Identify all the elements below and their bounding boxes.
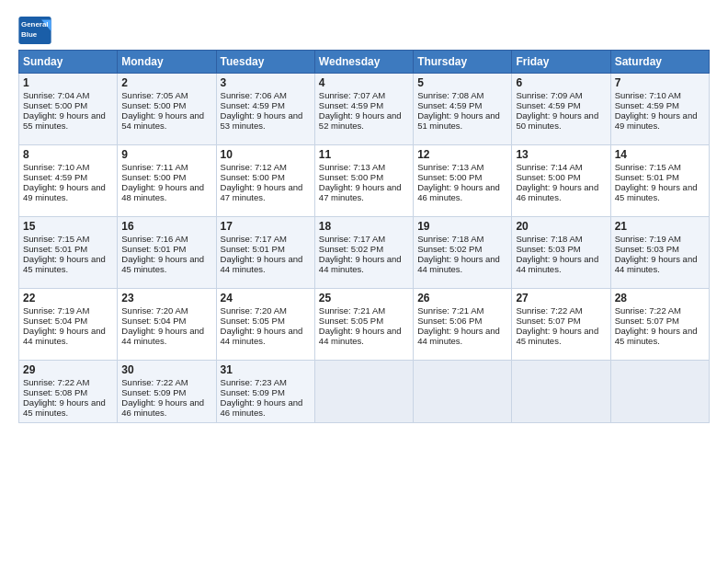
sunset: Sunset: 5:00 PM bbox=[23, 100, 87, 110]
week-row-3: 15Sunrise: 7:15 AMSunset: 5:01 PMDayligh… bbox=[19, 217, 710, 289]
daylight: Daylight: 9 hours and 44 minutes. bbox=[221, 326, 303, 346]
daylight: Daylight: 9 hours and 44 minutes. bbox=[319, 326, 402, 346]
col-header-wednesday: Wednesday bbox=[314, 51, 413, 74]
daylight: Daylight: 9 hours and 45 minutes. bbox=[23, 254, 106, 274]
sunrise: Sunrise: 7:23 AM bbox=[221, 377, 287, 387]
day-number: 13 bbox=[516, 148, 606, 161]
calendar-table: SundayMondayTuesdayWednesdayThursdayFrid… bbox=[18, 50, 710, 423]
sunset: Sunset: 5:00 PM bbox=[417, 172, 482, 182]
day-cell: 6Sunrise: 7:09 AMSunset: 4:59 PMDaylight… bbox=[512, 74, 610, 145]
daylight: Daylight: 9 hours and 44 minutes. bbox=[221, 254, 303, 274]
sunset: Sunset: 5:00 PM bbox=[516, 172, 580, 182]
sunset: Sunset: 5:00 PM bbox=[121, 172, 186, 182]
daylight: Daylight: 9 hours and 44 minutes. bbox=[615, 254, 698, 274]
day-number: 28 bbox=[615, 292, 705, 304]
sunrise: Sunrise: 7:22 AM bbox=[516, 305, 582, 316]
sunrise: Sunrise: 7:10 AM bbox=[23, 162, 89, 172]
day-number: 22 bbox=[23, 292, 113, 304]
daylight: Daylight: 9 hours and 50 minutes. bbox=[516, 110, 598, 131]
daylight: Daylight: 9 hours and 44 minutes. bbox=[23, 326, 106, 346]
sunset: Sunset: 5:02 PM bbox=[417, 244, 482, 254]
day-number: 10 bbox=[221, 148, 311, 161]
day-cell: 5Sunrise: 7:08 AMSunset: 4:59 PMDaylight… bbox=[414, 74, 512, 145]
sunset: Sunset: 5:08 PM bbox=[23, 387, 87, 397]
day-number: 15 bbox=[23, 220, 113, 233]
sunrise: Sunrise: 7:22 AM bbox=[121, 377, 188, 387]
day-cell: 12Sunrise: 7:13 AMSunset: 5:00 PMDayligh… bbox=[414, 145, 512, 217]
day-cell: 31Sunrise: 7:23 AMSunset: 5:09 PMDayligh… bbox=[216, 361, 314, 423]
day-cell: 29Sunrise: 7:22 AMSunset: 5:08 PMDayligh… bbox=[19, 361, 118, 423]
day-cell: 30Sunrise: 7:22 AMSunset: 5:09 PMDayligh… bbox=[118, 361, 216, 423]
day-cell: 19Sunrise: 7:18 AMSunset: 5:02 PMDayligh… bbox=[414, 217, 512, 289]
day-number: 19 bbox=[417, 220, 507, 233]
sunset: Sunset: 5:06 PM bbox=[417, 316, 482, 326]
sunrise: Sunrise: 7:19 AM bbox=[23, 305, 89, 316]
day-number: 11 bbox=[319, 148, 409, 161]
day-number: 30 bbox=[121, 363, 211, 376]
day-cell: 22Sunrise: 7:19 AMSunset: 5:04 PMDayligh… bbox=[19, 289, 118, 361]
day-cell: 21Sunrise: 7:19 AMSunset: 5:03 PMDayligh… bbox=[610, 217, 709, 289]
sunrise: Sunrise: 7:14 AM bbox=[516, 162, 582, 172]
day-cell bbox=[314, 361, 413, 423]
day-number: 6 bbox=[516, 76, 606, 89]
sunrise: Sunrise: 7:20 AM bbox=[221, 305, 287, 316]
day-cell: 24Sunrise: 7:20 AMSunset: 5:05 PMDayligh… bbox=[216, 289, 314, 361]
daylight: Daylight: 9 hours and 47 minutes. bbox=[221, 182, 303, 202]
svg-text:Blue: Blue bbox=[21, 30, 38, 39]
day-number: 20 bbox=[516, 220, 606, 233]
day-cell: 23Sunrise: 7:20 AMSunset: 5:04 PMDayligh… bbox=[118, 289, 216, 361]
page-container: General Blue SundayMondayTuesdayWednesda… bbox=[0, 0, 728, 432]
sunrise: Sunrise: 7:13 AM bbox=[417, 162, 483, 172]
sunrise: Sunrise: 7:16 AM bbox=[121, 234, 188, 244]
day-cell: 26Sunrise: 7:21 AMSunset: 5:06 PMDayligh… bbox=[414, 289, 512, 361]
daylight: Daylight: 9 hours and 46 minutes. bbox=[221, 397, 303, 418]
sunset: Sunset: 4:59 PM bbox=[221, 100, 285, 110]
sunrise: Sunrise: 7:11 AM bbox=[121, 162, 188, 172]
sunrise: Sunrise: 7:08 AM bbox=[417, 90, 483, 100]
day-cell: 14Sunrise: 7:15 AMSunset: 5:01 PMDayligh… bbox=[610, 145, 709, 217]
daylight: Daylight: 9 hours and 55 minutes. bbox=[23, 110, 106, 131]
day-cell bbox=[414, 361, 512, 423]
day-cell bbox=[610, 361, 709, 423]
sunrise: Sunrise: 7:17 AM bbox=[319, 234, 385, 244]
daylight: Daylight: 9 hours and 49 minutes. bbox=[615, 110, 698, 131]
daylight: Daylight: 9 hours and 44 minutes. bbox=[516, 254, 598, 274]
daylight: Daylight: 9 hours and 44 minutes. bbox=[417, 326, 500, 346]
sunset: Sunset: 5:07 PM bbox=[516, 316, 580, 326]
week-row-2: 8Sunrise: 7:10 AMSunset: 4:59 PMDaylight… bbox=[19, 145, 710, 217]
sunrise: Sunrise: 7:04 AM bbox=[23, 90, 89, 100]
col-header-friday: Friday bbox=[512, 51, 610, 74]
sunset: Sunset: 5:00 PM bbox=[319, 172, 383, 182]
logo-icon: General Blue bbox=[18, 17, 51, 44]
day-cell: 13Sunrise: 7:14 AMSunset: 5:00 PMDayligh… bbox=[512, 145, 610, 217]
sunset: Sunset: 5:05 PM bbox=[319, 316, 383, 326]
sunrise: Sunrise: 7:09 AM bbox=[516, 90, 582, 100]
week-row-5: 29Sunrise: 7:22 AMSunset: 5:08 PMDayligh… bbox=[19, 361, 710, 423]
col-header-monday: Monday bbox=[118, 51, 216, 74]
daylight: Daylight: 9 hours and 45 minutes. bbox=[23, 397, 106, 418]
sunrise: Sunrise: 7:15 AM bbox=[615, 162, 681, 172]
sunrise: Sunrise: 7:06 AM bbox=[221, 90, 287, 100]
sunset: Sunset: 5:04 PM bbox=[23, 316, 87, 326]
day-cell: 16Sunrise: 7:16 AMSunset: 5:01 PMDayligh… bbox=[118, 217, 216, 289]
daylight: Daylight: 9 hours and 51 minutes. bbox=[417, 110, 500, 131]
sunrise: Sunrise: 7:21 AM bbox=[319, 305, 385, 316]
logo: General Blue bbox=[18, 17, 51, 44]
sunrise: Sunrise: 7:21 AM bbox=[417, 305, 483, 316]
sunset: Sunset: 5:09 PM bbox=[221, 387, 285, 397]
daylight: Daylight: 9 hours and 54 minutes. bbox=[121, 110, 204, 131]
day-cell: 25Sunrise: 7:21 AMSunset: 5:05 PMDayligh… bbox=[314, 289, 413, 361]
col-header-saturday: Saturday bbox=[610, 51, 709, 74]
day-number: 4 bbox=[319, 76, 409, 89]
day-number: 31 bbox=[221, 363, 311, 376]
sunrise: Sunrise: 7:15 AM bbox=[23, 234, 89, 244]
day-number: 3 bbox=[221, 76, 311, 89]
day-number: 18 bbox=[319, 220, 409, 233]
day-cell: 4Sunrise: 7:07 AMSunset: 4:59 PMDaylight… bbox=[314, 74, 413, 145]
sunrise: Sunrise: 7:20 AM bbox=[121, 305, 188, 316]
daylight: Daylight: 9 hours and 44 minutes. bbox=[417, 254, 500, 274]
sunrise: Sunrise: 7:05 AM bbox=[121, 90, 188, 100]
day-number: 26 bbox=[417, 292, 507, 304]
day-cell: 3Sunrise: 7:06 AMSunset: 4:59 PMDaylight… bbox=[216, 74, 314, 145]
daylight: Daylight: 9 hours and 46 minutes. bbox=[516, 182, 598, 202]
